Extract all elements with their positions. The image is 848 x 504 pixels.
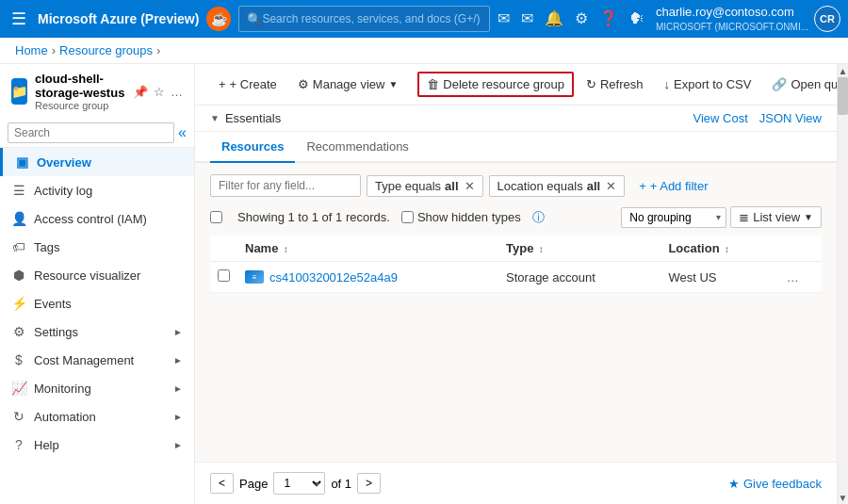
table-header-row: Name ↕ Type ↕ Location ↕: [210, 236, 822, 262]
sidebar-nav: ▣ Overview ☰ Activity log 👤 Access contr…: [0, 148, 194, 504]
tab-recommendations[interactable]: Recommendations: [295, 132, 419, 163]
breadcrumb-home[interactable]: Home: [15, 43, 48, 57]
sidebar-item-resource-visualizer[interactable]: ⬢ Resource visualizer: [0, 261, 194, 289]
sidebar-collapse-icon[interactable]: «: [178, 124, 187, 141]
content-toolbar: + + Create ⚙ Manage view ▼ 🗑 Delete reso…: [195, 64, 837, 106]
user-profile[interactable]: charlie.roy@contoso.com MICROSOFT (MICRO…: [656, 5, 840, 33]
th-checkbox: [210, 236, 237, 262]
resource-name-text: cs4100320012e52a4a9: [269, 270, 398, 285]
alerts-icon[interactable]: 🔔: [545, 9, 563, 27]
scrollbar-up-arrow[interactable]: ▲: [838, 64, 848, 77]
name-sort-icon[interactable]: ↕: [284, 244, 288, 254]
global-search-box[interactable]: 🔍: [238, 6, 490, 32]
sidebar-item-label: Tags: [34, 240, 59, 254]
filter-field-input[interactable]: [210, 174, 361, 197]
scrollbar-down-arrow[interactable]: ▼: [838, 491, 848, 504]
json-view-link[interactable]: JSON View: [759, 111, 822, 125]
row-checkbox-cell: [210, 262, 237, 293]
filter-bar: Type equals all ✕ Location equals all ✕ …: [210, 174, 822, 197]
records-bar: Showing 1 to 1 of 1 records. Show hidden…: [210, 206, 822, 228]
prev-page-button[interactable]: <: [210, 473, 234, 494]
select-all-checkbox[interactable]: [210, 211, 222, 223]
pin-icon[interactable]: 📌: [133, 85, 148, 99]
sidebar-title-actions: 📌 ☆ …: [133, 85, 183, 99]
location-sort-icon[interactable]: ↕: [725, 244, 729, 254]
cost-management-expand-icon: ►: [173, 355, 183, 366]
sidebar-item-events[interactable]: ⚡ Events: [0, 289, 194, 317]
right-scrollbar: ▲ ▼: [837, 64, 848, 504]
add-filter-icon: +: [639, 179, 646, 193]
sidebar-item-activity-log[interactable]: ☰ Activity log: [0, 176, 194, 204]
sidebar-item-monitoring[interactable]: 📈 Monitoring ►: [0, 374, 194, 402]
refresh-button[interactable]: ↻ Refresh: [578, 73, 652, 96]
refresh-icon: ↻: [586, 77, 596, 91]
sidebar-item-overview[interactable]: ▣ Overview: [0, 148, 194, 176]
overview-icon: ▣: [14, 154, 29, 170]
th-location: Location ↕: [660, 236, 778, 262]
sidebar-search-input[interactable]: [8, 122, 174, 143]
view-cost-link[interactable]: View Cost: [693, 111, 747, 125]
page-number-select[interactable]: 1: [273, 472, 325, 495]
resource-name-link[interactable]: ≡ cs4100320012e52a4a9: [245, 270, 491, 285]
feedback-link[interactable]: ★ Give feedback: [728, 477, 822, 491]
sidebar-header: 📁 cloud-shell-storage-westus Resource gr…: [0, 64, 194, 119]
show-hidden-types-checkbox[interactable]: [401, 211, 414, 223]
hamburger-menu-icon[interactable]: ☰: [8, 5, 30, 33]
settings-gear-icon[interactable]: ⚙: [575, 9, 588, 27]
grouping-dropdown[interactable]: No grouping Resource type Location: [621, 207, 726, 228]
th-name: Name ↕: [237, 236, 498, 262]
filter-type-remove-icon[interactable]: ✕: [465, 179, 475, 193]
breadcrumb: Home › Resource groups ›: [0, 38, 848, 64]
cloud-shell-icon[interactable]: ☕: [206, 7, 231, 31]
row-checkbox[interactable]: [218, 269, 230, 282]
list-view-chevron-icon: ▼: [804, 212, 813, 222]
th-more: [779, 236, 822, 262]
create-button[interactable]: + + Create: [210, 73, 285, 96]
resource-type-text: Storage account: [506, 270, 595, 285]
manage-view-chevron-icon: ▼: [388, 79, 398, 89]
feedback-star-icon: ★: [728, 477, 740, 491]
open-query-button[interactable]: 🔗 Open query: [763, 73, 837, 96]
monitoring-icon: 📈: [11, 381, 26, 396]
email-icon[interactable]: ✉: [497, 9, 510, 27]
avatar[interactable]: CR: [814, 6, 840, 32]
filter-location-remove-icon[interactable]: ✕: [606, 179, 616, 193]
notifications-bell-icon[interactable]: ✉: [521, 9, 533, 27]
tab-resources[interactable]: Resources: [210, 132, 295, 163]
sidebar-item-cost-management[interactable]: $ Cost Management ►: [0, 346, 194, 374]
filter-type-label: Type equals: [375, 179, 441, 193]
sidebar-item-label: Monitoring: [34, 382, 91, 396]
sidebar-item-automation[interactable]: ↻ Automation ►: [0, 402, 194, 431]
row-location-cell: West US: [660, 262, 778, 293]
list-view-label: List view: [753, 210, 800, 224]
help-question-icon[interactable]: ❓: [599, 9, 618, 27]
breadcrumb-resource-groups[interactable]: Resource groups: [59, 43, 153, 57]
export-csv-button[interactable]: ↓ Export to CSV: [656, 73, 760, 96]
scrollbar-thumb[interactable]: [838, 77, 848, 115]
sidebar-item-settings[interactable]: ⚙ Settings ►: [0, 317, 194, 346]
sidebar-item-access-control[interactable]: 👤 Access control (IAM): [0, 204, 194, 233]
add-filter-button[interactable]: + + Add filter: [630, 175, 716, 197]
type-sort-icon[interactable]: ↕: [539, 244, 544, 254]
sidebar-search-bar: «: [0, 119, 194, 148]
feedback-icon[interactable]: 🗣: [629, 10, 644, 27]
resource-title: cloud-shell-storage-westus: [35, 72, 125, 100]
main-layout: 📁 cloud-shell-storage-westus Resource gr…: [0, 64, 848, 504]
global-search-input[interactable]: [262, 12, 481, 25]
sidebar-item-tags[interactable]: 🏷 Tags: [0, 233, 194, 261]
table-body: ≡ cs4100320012e52a4a9 Storage account We…: [210, 262, 822, 293]
info-icon[interactable]: ⓘ: [532, 209, 545, 226]
resources-content: Type equals all ✕ Location equals all ✕ …: [195, 163, 837, 462]
records-count-text: Showing 1 to 1 of 1 records.: [237, 210, 390, 224]
filter-type-tag: Type equals all ✕: [367, 175, 483, 197]
sidebar-item-help[interactable]: ? Help ►: [0, 431, 194, 459]
list-view-button[interactable]: ≣ List view ▼: [730, 206, 822, 228]
resource-type: Resource group: [35, 100, 125, 111]
star-icon[interactable]: ☆: [154, 85, 165, 99]
sidebar-item-label: Help: [34, 438, 59, 452]
next-page-button[interactable]: >: [357, 473, 381, 494]
manage-view-button[interactable]: ⚙ Manage view ▼: [289, 73, 407, 96]
row-more-icon[interactable]: …: [787, 270, 799, 285]
more-icon[interactable]: …: [171, 85, 183, 99]
delete-resource-group-button[interactable]: 🗑 Delete resource group: [417, 72, 574, 97]
